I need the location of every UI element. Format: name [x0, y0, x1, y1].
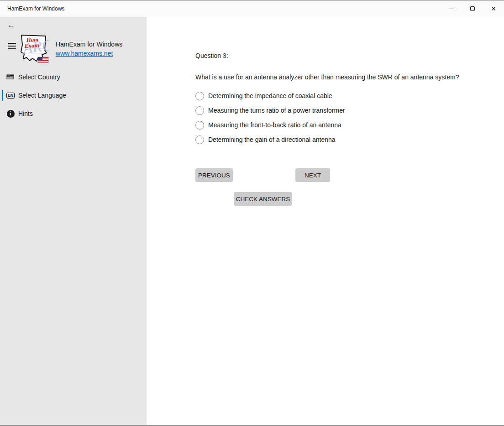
sidebar-item-select-country[interactable]: Select Country	[0, 68, 147, 86]
selection-indicator	[2, 108, 3, 119]
window-controls: ✕	[441, 0, 504, 17]
radio-button-icon[interactable]	[195, 106, 204, 115]
us-flag-icon	[38, 57, 48, 62]
radio-button-icon[interactable]	[195, 92, 204, 100]
close-button[interactable]: ✕	[483, 0, 504, 17]
minimize-icon	[449, 9, 454, 9]
hamexams-link[interactable]: www.hamexams.net	[56, 50, 113, 57]
minimize-button[interactable]	[441, 0, 462, 17]
selection-indicator	[2, 72, 3, 83]
sidebar-item-select-language[interactable]: EN Select Language	[0, 86, 147, 104]
close-icon: ✕	[491, 5, 496, 12]
window-title: HamExam for Windows	[7, 5, 64, 12]
answer-option-label: Determining the gain of a directional an…	[208, 136, 336, 143]
answer-option[interactable]: Measuring the turns ratio of a power tra…	[195, 103, 490, 118]
question-number-label: Question 3:	[195, 52, 228, 59]
radio-button-icon[interactable]	[195, 135, 204, 144]
selection-indicator	[2, 90, 3, 101]
previous-button[interactable]: PREVIOUS	[195, 168, 233, 182]
app-logo: ARC Ham Exam	[18, 34, 49, 63]
answer-option[interactable]: Determining the impedance of coaxial cab…	[195, 88, 490, 103]
maximize-icon	[470, 6, 475, 11]
sidebar-app-title: HamExam for Windows	[56, 41, 122, 48]
en-badge: EN	[6, 93, 15, 99]
menu-toggle-button[interactable]	[5, 39, 19, 53]
titlebar: HamExam for Windows ✕	[0, 0, 504, 17]
sidebar-item-label: Select Language	[18, 92, 66, 99]
country-flag-icon	[6, 73, 15, 82]
maximize-button[interactable]	[462, 0, 483, 17]
sidebar-item-hints[interactable]: i Hints	[0, 104, 147, 123]
question-panel: Question 3: What is a use for an antenna…	[147, 17, 504, 425]
answer-option[interactable]: Measuring the front-to-back ratio of an …	[195, 118, 490, 132]
next-button[interactable]: NEXT	[295, 168, 330, 182]
answer-option-label: Measuring the turns ratio of a power tra…	[208, 107, 345, 114]
svg-text:Exam: Exam	[24, 42, 39, 49]
sidebar-item-label: Hints	[18, 110, 33, 117]
sidebar-item-label: Select Country	[18, 73, 60, 81]
app-window: HamExam for Windows ✕ ← ARC	[0, 0, 504, 426]
back-arrow-icon: ←	[7, 21, 15, 30]
answer-option[interactable]: Determining the gain of a directional an…	[195, 132, 490, 147]
answer-options: Determining the impedance of coaxial cab…	[195, 88, 490, 147]
radio-button-icon[interactable]	[195, 121, 204, 130]
back-button[interactable]: ←	[4, 18, 18, 32]
answer-option-label: Determining the impedance of coaxial cab…	[208, 92, 332, 99]
answer-option-label: Measuring the front-to-back ratio of an …	[208, 121, 341, 129]
question-text: What is a use for an antenna analyzer ot…	[195, 73, 490, 81]
language-en-icon: EN	[6, 91, 15, 100]
sidebar: ← ARC Ham Exam	[0, 17, 147, 425]
sidebar-nav: Select Country EN Select Language i Hint…	[0, 68, 147, 123]
check-answers-button[interactable]: CHECK ANSWERS	[234, 192, 292, 206]
info-icon: i	[6, 109, 15, 118]
